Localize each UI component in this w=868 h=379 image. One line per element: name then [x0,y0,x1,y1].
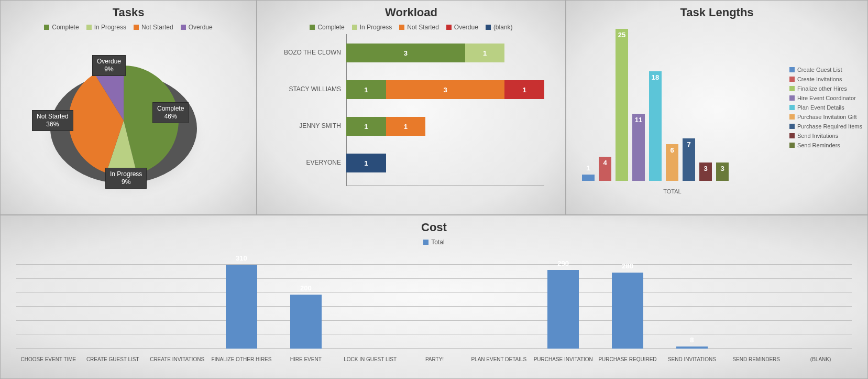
cost-xlabel: HIRE EVENT [274,356,337,362]
tasklength-bar: 3 [716,163,729,181]
tasklength-legend-item: Create Guest List [789,67,862,73]
workload-row-label: EVERYONE [268,159,346,166]
pie-label-inprogress: In Progress9% [105,168,147,189]
workload-chart: BOZO THE CLOWN31STACY WILLIAMS131JENNY S… [257,34,565,191]
cost-xlabel: LOCK IN GUEST LIST [339,356,402,362]
cost-bar: 290 [547,270,579,349]
tasklength-bar: 18 [649,71,662,181]
cost-xlabel: SEND INVITATIONS [661,356,723,362]
tasklength-legend-item: Create Invitations [789,76,862,82]
tasklength-legend-item: Send Reminders [789,142,862,148]
cost-bar: 280 [612,273,643,349]
pie-label-notstarted: Not Started36% [32,110,73,131]
workload-row: EVERYONE1 [268,144,544,181]
tasklengths-xlabel: TOTAL [577,188,768,194]
cost-xlabel: PARTY! [403,356,466,362]
workload-legend: Complete In Progress Not Started Overdue… [257,24,565,31]
tasklength-legend-item: Plan Event Details [789,104,862,111]
cost-xlabel: CHOOSE EVENT TIME [17,356,80,362]
workload-segment: 1 [386,117,426,136]
cost-bar: 200 [290,295,322,349]
tasklength-bar: 25 [616,29,628,181]
tasklength-bar: 4 [599,157,611,181]
legend-complete: Complete [44,24,79,31]
tasklength-bar: 7 [683,138,695,181]
workload-row: JENNY SMITH11 [268,107,544,144]
tasklength-bar: 3 [699,163,712,181]
tasklengths-chart: 142511186733 TOTAL [577,24,768,197]
workload-segment: 1 [504,80,544,99]
workload-segment: 3 [346,44,465,62]
tasklengths-legend: Create Guest ListCreate InvitationsFinal… [789,63,862,151]
workload-row-label: STACY WILLIAMS [268,85,346,93]
tasklength-legend-item: Hire Event Coordinator [789,95,862,101]
cost-bar: 310 [226,265,257,349]
cost-panel: Cost Total CHOOSE EVENT TIMECREATE GUEST… [0,215,868,379]
tasks-title: Tasks [1,6,256,19]
cost-xlabel: PURCHASE REQUIRED [596,356,659,362]
workload-segment: 3 [386,80,505,99]
cost-xlabel: FINALIZE OTHER HIRES [210,356,273,362]
tasklength-bar: 1 [582,175,595,181]
cost-xlabel: SEND REMINDERS [725,356,788,362]
tasks-panel: Tasks Complete In Progress Not Started O… [0,0,257,215]
workload-segment: 1 [465,44,505,62]
tasks-legend: Complete In Progress Not Started Overdue [1,24,256,31]
workload-segment: 1 [346,117,386,136]
workload-segment: 1 [346,154,386,172]
cost-xlabel: (BLANK) [789,356,852,362]
cost-xlabel: PLAN EVENT DETAILS [467,356,530,362]
workload-panel: Workload Complete In Progress Not Starte… [257,0,566,215]
workload-segment: 1 [346,80,386,99]
cost-xlabel: CREATE GUEST LIST [81,356,144,362]
workload-row-label: JENNY SMITH [268,122,346,129]
tasklength-legend-item: Send Invitations [789,133,862,139]
tasklength-bar: 11 [632,114,645,181]
workload-row: BOZO THE CLOWN31 [268,34,544,71]
workload-title: Workload [257,6,565,19]
pie-label-overdue: Overdue9% [92,55,126,76]
tasklength-bar: 6 [666,144,678,181]
legend-overdue: Overdue [181,24,213,31]
cost-bar: 8 [676,346,708,349]
tasklength-legend-item: Purchase Invitation Gift [789,114,862,120]
tasklength-legend-item: Purchase Required Items [789,123,862,129]
tasks-pie: Complete46% In Progress9% Not Started36%… [1,34,256,202]
workload-row: STACY WILLIAMS131 [268,71,544,107]
cost-xlabel: PURCHASE INVITATION [532,356,595,362]
cost-legend: Total [1,239,867,246]
tasklengths-title: Task Lengths [566,6,867,19]
legend-inprogress: In Progress [86,24,126,31]
tasklengths-panel: Task Lengths 142511186733 TOTAL Create G… [566,0,868,215]
pie-label-complete: Complete46% [152,102,189,123]
tasklength-legend-item: Finalize other Hires [789,85,862,92]
dashboard: Tasks Complete In Progress Not Started O… [0,0,868,379]
cost-title: Cost [1,221,867,234]
workload-row-label: BOZO THE CLOWN [268,49,346,56]
cost-xlabel: CREATE INVITATIONS [146,356,208,362]
cost-chart: CHOOSE EVENT TIMECREATE GUEST LISTCREATE… [16,249,852,364]
legend-notstarted: Not Started [134,24,173,31]
